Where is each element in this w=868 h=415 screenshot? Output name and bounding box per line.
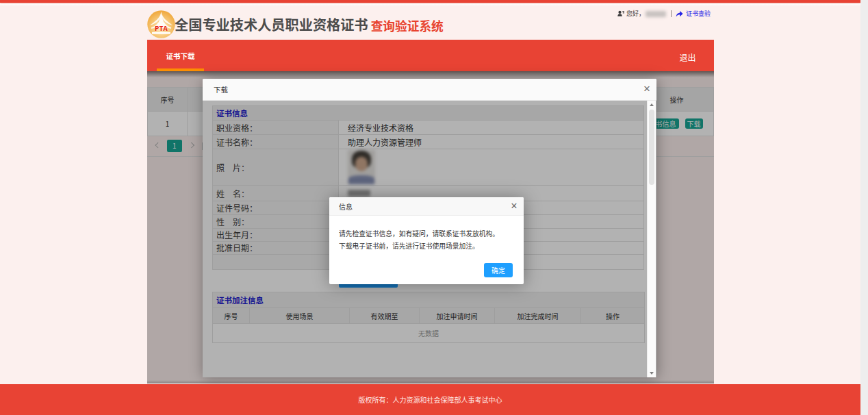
svg-text:PTA: PTA [155, 23, 168, 33]
